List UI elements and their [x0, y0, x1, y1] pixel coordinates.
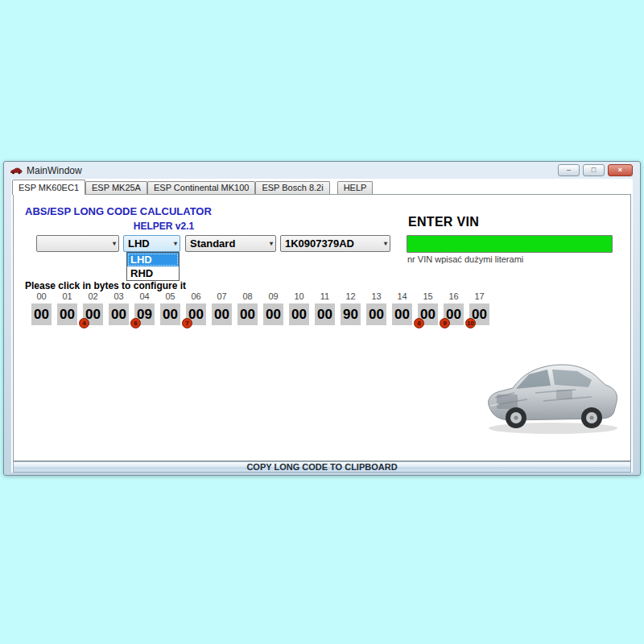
byte-cell-01: 0100 [57, 291, 77, 325]
byte-index: 10 [289, 291, 309, 303]
window-client-area: ESP MK60EC1ESP MK25AESP Continental MK10… [11, 179, 633, 473]
combo-open-list: LHDRHD [126, 252, 180, 281]
tab-esp-mk25a[interactable]: ESP MK25A [85, 181, 147, 194]
byte-badge: 9 [440, 318, 450, 328]
page-subtitle: HELPER v2.1 [25, 221, 303, 232]
byte-index: 03 [109, 291, 129, 303]
byte-index: 11 [315, 291, 335, 303]
byte-cell-02: 02004 [83, 291, 103, 325]
page-title: ABS/ESP LONG CODE CALCULATOR [25, 205, 212, 217]
combo-suspension-value: Standard [190, 237, 235, 250]
close-button[interactable]: × [608, 164, 633, 176]
chevron-down-icon: ▾ [113, 236, 116, 251]
chevron-down-icon: ▾ [270, 236, 273, 251]
byte-cell-17: 170010 [469, 291, 489, 325]
byte-badge: 4 [79, 318, 89, 328]
byte-index: 12 [341, 291, 361, 303]
combo-empty[interactable]: ▾ [36, 235, 119, 252]
tab-esp-bosch-8-2i[interactable]: ESP Bosch 8.2i [255, 181, 329, 194]
byte-cell-10: 1000 [289, 291, 309, 325]
tab-esp-mk60ec1[interactable]: ESP MK60EC1 [12, 180, 85, 195]
byte-value[interactable]: 00 [315, 303, 335, 325]
byte-index: 06 [186, 291, 206, 303]
byte-cell-13: 1300 [366, 291, 386, 325]
byte-index: 09 [263, 291, 283, 303]
chevron-down-icon: ▾ [174, 236, 177, 251]
byte-value[interactable]: 00 [289, 303, 309, 325]
byte-value[interactable]: 00 [263, 303, 283, 325]
tab-help[interactable]: HELP [337, 181, 374, 194]
byte-index: 04 [134, 291, 155, 303]
byte-index: 01 [57, 291, 77, 303]
enter-vin-heading: ENTER VIN [408, 215, 479, 229]
byte-cell-06: 06007 [186, 291, 206, 325]
dropdown-option-lhd[interactable]: LHD [127, 253, 179, 266]
byte-cell-09: 0900 [263, 291, 283, 325]
byte-value[interactable]: 00 [160, 303, 180, 325]
byte-cell-15: 15008 [418, 291, 438, 325]
car-cutaway-image [479, 353, 625, 440]
vin-note: nr VIN wpisać dużymi literami [407, 254, 523, 264]
window-title: MainWindow [27, 165, 82, 176]
minimize-button[interactable]: – [558, 164, 580, 176]
byte-index: 02 [83, 291, 103, 303]
car-logo-icon [10, 167, 23, 175]
combo-part-number[interactable]: 1K0907379AD ▾ [280, 235, 390, 252]
main-window: MainWindow –□× ESP MK60EC1ESP MK25AESP C… [3, 161, 641, 476]
byte-cell-00: 0000 [31, 291, 52, 325]
combo-suspension[interactable]: Standard ▾ [185, 235, 276, 252]
byte-value[interactable]: 00 [237, 303, 258, 325]
tab-esp-continental-mk100[interactable]: ESP Continental MK100 [147, 181, 255, 194]
dropdown-option-rhd[interactable]: RHD [127, 266, 179, 280]
byte-value[interactable]: 00 [366, 303, 386, 325]
byte-value[interactable]: 00 [57, 303, 77, 325]
combo-drive-side-value: LHD [128, 237, 150, 250]
combo-drive-side[interactable]: LHD ▾ [123, 235, 180, 252]
byte-value[interactable]: 00 [109, 303, 129, 325]
vin-input[interactable] [407, 235, 613, 253]
title-bar[interactable]: MainWindow –□× [4, 162, 640, 179]
byte-index: 16 [444, 291, 464, 303]
tab-strip: ESP MK60EC1ESP MK25AESP Continental MK10… [12, 179, 373, 194]
byte-cell-03: 0300 [109, 291, 129, 325]
byte-index: 07 [212, 291, 232, 303]
byte-badge: 7 [182, 318, 192, 328]
tab-page-esp-mk60ec1: ABS/ESP LONG CODE CALCULATOR HELPER v2.1… [13, 194, 631, 461]
byte-index: 08 [237, 291, 258, 303]
bytes-hint: Please click in bytes to configure it [25, 280, 186, 291]
byte-badge: 8 [414, 318, 424, 328]
byte-badge: 10 [465, 318, 476, 328]
byte-cell-16: 16009 [444, 291, 464, 325]
byte-index: 17 [469, 291, 489, 303]
byte-index: 13 [366, 291, 386, 303]
maximize-button[interactable]: □ [583, 164, 605, 176]
copy-long-code-button[interactable]: COPY LONG CODE TO CLIPBOARD [13, 461, 631, 473]
byte-cell-08: 0800 [237, 291, 258, 325]
byte-value[interactable]: 00 [392, 303, 412, 325]
chevron-down-icon: ▾ [384, 236, 387, 251]
byte-index: 15 [418, 291, 438, 303]
byte-row: 0000010002004030004096050006007070008000… [31, 291, 489, 325]
byte-value[interactable]: 00 [212, 303, 232, 325]
byte-index: 14 [392, 291, 412, 303]
byte-cell-04: 04096 [134, 291, 155, 325]
byte-badge: 6 [130, 318, 141, 328]
byte-index: 00 [31, 291, 52, 303]
window-controls: –□× [558, 164, 633, 176]
combo-part-number-value: 1K0907379AD [285, 237, 354, 250]
byte-cell-14: 1400 [392, 291, 412, 325]
byte-cell-07: 0700 [212, 291, 232, 325]
byte-value[interactable]: 00 [31, 303, 52, 325]
byte-index: 05 [160, 291, 180, 303]
byte-cell-11: 1100 [315, 291, 335, 325]
byte-cell-05: 0500 [160, 291, 180, 325]
desktop-background: MainWindow –□× ESP MK60EC1ESP MK25AESP C… [0, 0, 644, 644]
byte-cell-12: 1290 [341, 291, 361, 325]
byte-value[interactable]: 90 [341, 303, 361, 325]
